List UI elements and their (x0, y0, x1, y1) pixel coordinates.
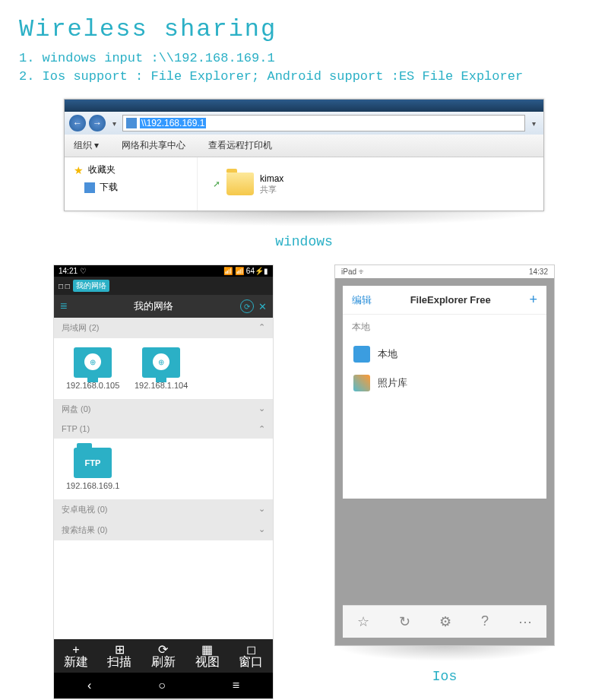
add-button[interactable]: + (529, 292, 537, 308)
ios-bottom-bar: ☆ ↻ ⚙ ? ⋯ (343, 605, 546, 638)
folder-name: kimax (260, 173, 283, 184)
local-section-label: 本地 (343, 315, 546, 340)
android-status-bar: 14:21 ♡ 📶 📶 64⚡▮ (54, 265, 273, 277)
app-title: 我的网络 (134, 299, 173, 313)
scan-button[interactable]: ⊞扫描 (107, 644, 131, 668)
ftp-devices: FTP 192.168.169.1 (54, 439, 273, 499)
shadow-decor (334, 646, 555, 661)
local-row[interactable]: 本地 (343, 340, 546, 369)
windows-caption: windows (19, 234, 589, 249)
edit-button[interactable]: 编辑 (352, 293, 372, 307)
forward-button[interactable]: → (89, 115, 106, 131)
instruction-2: 2. Ios support : File Explorer; Android … (19, 69, 589, 84)
back-button[interactable]: ← (69, 115, 86, 131)
device-icon (353, 346, 370, 363)
ipad-label: iPad ᯤ (341, 268, 366, 276)
help-icon[interactable]: ? (481, 613, 489, 630)
refresh-icon[interactable]: ⟳ (240, 299, 254, 313)
android-url-bar: □ □ 我的网络 (54, 277, 273, 295)
history-icon[interactable]: ↻ (399, 613, 410, 630)
ftp-ip: 192.168.169.1 (66, 481, 119, 490)
ftp-section-header[interactable]: FTP (1)⌃ (54, 420, 273, 439)
chevron-down-icon: ⌄ (258, 524, 265, 536)
ftp-device[interactable]: FTP 192.168.169.1 (66, 448, 119, 490)
refresh-icon: ⟳ (151, 644, 176, 656)
android-screenshot: 14:21 ♡ 📶 📶 64⚡▮ □ □ 我的网络 ≡ 我的网络 ⟳✕ 局域网 … (53, 264, 274, 700)
local-label: 本地 (378, 347, 397, 361)
ftp-folder-icon: FTP (74, 448, 112, 478)
view-button[interactable]: ▦视图 (195, 644, 220, 668)
photo-row[interactable]: 照片库 (343, 369, 546, 398)
bottom-toolbar: +新建 ⊞扫描 ⟳刷新 ▦视图 ◻窗口 (54, 639, 273, 673)
windows-screenshot: ← → ▾ \\192.168.169.1 ▾ 组织 ▾ 网络和共享中心 查看远… (64, 99, 544, 211)
favorites-label: 收藏夹 (88, 163, 116, 176)
chevron-down-icon: ⌄ (258, 404, 265, 415)
close-icon[interactable]: ✕ (258, 301, 267, 312)
network-center-link[interactable]: 网络和共享中心 (122, 139, 185, 152)
device-1[interactable]: ⊕ 192.168.0.105 (66, 347, 119, 390)
photo-label: 照片库 (378, 376, 407, 390)
home-nav-icon[interactable]: ○ (158, 679, 166, 692)
windows-toolbar: 组织 ▾ 网络和共享中心 查看远程打印机 (65, 135, 543, 157)
menu-nav-icon[interactable]: ≡ (233, 679, 239, 692)
device-2[interactable]: ⊕ 192.168.1.104 (135, 347, 188, 390)
search-section-header[interactable]: 搜索结果 (0)⌄ (54, 520, 273, 540)
network-icon (126, 118, 137, 128)
status-battery: 📶 📶 64⚡▮ (223, 267, 268, 275)
net-label: 网盘 (0) (62, 404, 91, 415)
tabs-indicator[interactable]: □ □ (59, 282, 70, 290)
share-arrow-icon: ➚ (213, 179, 220, 189)
window-icon: ◻ (239, 644, 263, 656)
more-icon[interactable]: ⋯ (518, 613, 532, 630)
downloads-label: 下载 (100, 181, 118, 194)
organize-menu[interactable]: 组织 ▾ (74, 139, 99, 152)
tv-section-header[interactable]: 安卓电视 (0)⌄ (54, 499, 273, 520)
windows-folder-area: ➚ kimax 共享 (198, 157, 299, 211)
lan-label: 局域网 (2) (62, 322, 100, 334)
new-button[interactable]: +新建 (64, 644, 88, 668)
history-dropdown-icon[interactable]: ▾ (109, 119, 119, 128)
chevron-up-icon: ⌃ (258, 322, 265, 334)
folder-label[interactable]: kimax 共享 (260, 173, 283, 195)
ios-nav-header: 编辑 FileExplorer Free + (343, 286, 546, 315)
shadow-decor (65, 211, 543, 226)
back-nav-icon[interactable]: ‹ (87, 679, 91, 692)
downloads-item[interactable]: 下载 (74, 181, 188, 194)
folder-sub: 共享 (260, 185, 277, 194)
plus-icon: + (64, 644, 88, 656)
settings-icon[interactable]: ⚙ (439, 613, 451, 630)
windows-titlebar (65, 100, 543, 112)
url-chip[interactable]: 我的网络 (73, 280, 109, 292)
ios-status-bar: iPad ᯤ 14:32 (335, 265, 554, 278)
favorites-item[interactable]: ★收藏夹 (74, 163, 188, 176)
blank-area (54, 540, 273, 639)
app-header: ≡ 我的网络 ⟳✕ (54, 295, 273, 318)
download-icon (84, 182, 95, 193)
ios-app-panel: 编辑 FileExplorer Free + 本地 本地 照片库 (343, 286, 546, 499)
remote-printer-link[interactable]: 查看远程打印机 (208, 139, 272, 152)
chevron-down-icon: ⌄ (258, 504, 265, 515)
ios-gray-area (335, 506, 554, 597)
search-label: 搜索结果 (0) (62, 524, 108, 536)
ios-screenshot: iPad ᯤ 14:32 编辑 FileExplorer Free + 本地 本… (334, 264, 555, 700)
android-nav-bar: ‹ ○ ≡ (54, 673, 273, 698)
computer-icon: ⊕ (74, 347, 112, 378)
scan-icon: ⊞ (107, 644, 131, 656)
star-icon[interactable]: ☆ (357, 613, 369, 630)
lan-section-header[interactable]: 局域网 (2)⌃ (54, 318, 273, 338)
ftp-label: FTP (1) (62, 424, 90, 434)
address-dropdown-icon[interactable]: ▾ (528, 119, 539, 128)
refresh-button[interactable]: ⟳刷新 (151, 644, 176, 668)
folder-icon[interactable] (226, 173, 254, 195)
photo-icon (353, 375, 370, 391)
lan-devices: ⊕ 192.168.0.105 ⊕ 192.168.1.104 (54, 338, 273, 399)
ios-caption: Ios (334, 669, 555, 684)
menu-icon[interactable]: ≡ (60, 299, 67, 313)
address-value: \\192.168.169.1 (140, 118, 206, 128)
window-button[interactable]: ◻窗口 (239, 644, 263, 668)
address-field[interactable]: \\192.168.169.1 (122, 115, 525, 131)
ios-time: 14:32 (529, 268, 548, 276)
net-section-header[interactable]: 网盘 (0)⌄ (54, 399, 273, 420)
ios-app-title: FileExplorer Free (410, 294, 491, 306)
grid-icon: ▦ (195, 644, 220, 656)
